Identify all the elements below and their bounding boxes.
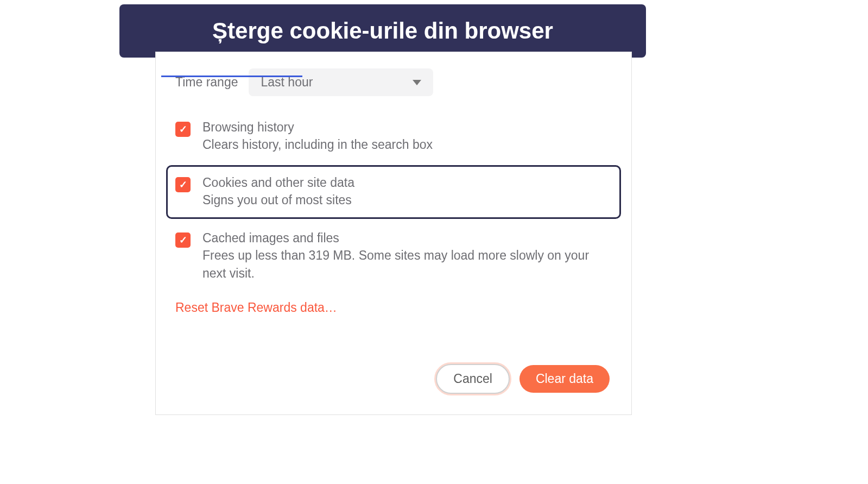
options-list: ✓ Browsing history Clears history, inclu… bbox=[156, 106, 631, 291]
option-title: Browsing history bbox=[202, 120, 612, 135]
option-title: Cached images and files bbox=[202, 231, 612, 246]
checkmark-icon: ✓ bbox=[179, 179, 187, 191]
option-cached: ✓ Cached images and files Frees up less … bbox=[175, 222, 612, 290]
time-range-row: Time range Last hour bbox=[156, 52, 631, 106]
active-tab-indicator bbox=[161, 76, 302, 77]
option-text: Cached images and files Frees up less th… bbox=[202, 231, 612, 281]
time-range-label: Time range bbox=[175, 75, 238, 90]
option-desc: Clears history, including in the search … bbox=[202, 136, 612, 153]
instruction-banner: Șterge cookie-urile din browser bbox=[119, 4, 646, 58]
option-cookies: ✓ Cookies and other site data Signs you … bbox=[166, 165, 621, 219]
option-browsing-history: ✓ Browsing history Clears history, inclu… bbox=[175, 111, 612, 162]
time-range-select[interactable]: Last hour bbox=[249, 68, 433, 96]
cancel-button[interactable]: Cancel bbox=[436, 364, 510, 394]
option-text: Cookies and other site data Signs you ou… bbox=[202, 175, 612, 209]
checkmark-icon: ✓ bbox=[179, 123, 187, 135]
banner-title: Șterge cookie-urile din browser bbox=[212, 18, 553, 43]
checkbox-browsing-history[interactable]: ✓ bbox=[175, 122, 191, 137]
reset-brave-rewards-link[interactable]: Reset Brave Rewards data… bbox=[156, 291, 631, 315]
option-desc: Signs you out of most sites bbox=[202, 191, 612, 209]
option-desc: Frees up less than 319 MB. Some sites ma… bbox=[202, 247, 612, 281]
option-text: Browsing history Clears history, includi… bbox=[202, 120, 612, 153]
time-range-value: Last hour bbox=[261, 75, 313, 90]
checkbox-cached[interactable]: ✓ bbox=[175, 232, 191, 248]
checkbox-cookies[interactable]: ✓ bbox=[175, 177, 191, 192]
clear-data-button[interactable]: Clear data bbox=[519, 365, 610, 393]
clear-browsing-data-dialog: Time range Last hour ✓ Browsing history … bbox=[155, 52, 632, 415]
chevron-down-icon bbox=[413, 80, 421, 85]
checkmark-icon: ✓ bbox=[179, 234, 187, 246]
option-title: Cookies and other site data bbox=[202, 175, 612, 190]
dialog-footer: Cancel Clear data bbox=[156, 315, 631, 398]
